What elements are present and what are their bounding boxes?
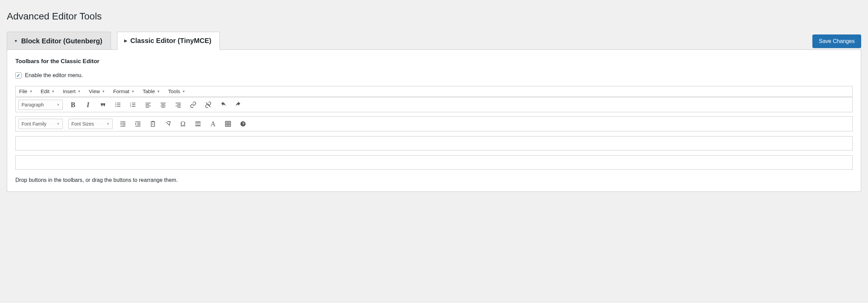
svg-rect-29 xyxy=(136,121,141,122)
svg-rect-28 xyxy=(120,126,126,127)
help-icon[interactable]: ? xyxy=(238,119,248,129)
svg-rect-30 xyxy=(137,123,140,124)
bulleted-list-icon[interactable] xyxy=(113,100,123,110)
svg-point-2 xyxy=(115,106,116,107)
svg-rect-17 xyxy=(161,104,165,105)
svg-rect-25 xyxy=(120,121,126,122)
undo-icon[interactable] xyxy=(218,100,228,110)
page-title: Advanced Editor Tools xyxy=(7,11,861,22)
svg-rect-22 xyxy=(176,106,181,106)
drop-hint: Drop buttons in the toolbars, or drag th… xyxy=(15,177,853,183)
svg-point-0 xyxy=(115,103,116,104)
menu-edit[interactable]: Edit▼ xyxy=(41,88,55,94)
caret-down-icon: ▼ xyxy=(182,90,185,93)
caret-down-icon: ▼ xyxy=(102,90,105,93)
caret-down-icon: ▼ xyxy=(57,122,60,126)
svg-rect-14 xyxy=(146,106,151,106)
svg-rect-10 xyxy=(132,104,136,105)
caret-down-icon: ▼ xyxy=(29,90,32,93)
toolbar-row-4[interactable] xyxy=(15,155,853,170)
svg-point-1 xyxy=(115,104,116,105)
svg-rect-26 xyxy=(122,123,125,124)
table-icon[interactable] xyxy=(223,119,233,129)
svg-rect-11 xyxy=(132,106,136,107)
bold-icon[interactable]: B xyxy=(68,100,78,110)
caret-down-icon: ▼ xyxy=(52,90,55,93)
tab-block-editor[interactable]: ▼ Block Editor (Gutenberg) xyxy=(7,32,111,50)
enable-menu-checkbox[interactable] xyxy=(15,72,22,78)
outdent-icon[interactable] xyxy=(118,119,128,129)
menu-table-label: Table xyxy=(143,88,155,94)
svg-rect-23 xyxy=(177,107,181,108)
svg-rect-39 xyxy=(226,121,231,127)
svg-text:?: ? xyxy=(242,122,245,126)
text-color-icon[interactable]: A xyxy=(208,119,218,129)
caret-down-icon: ▼ xyxy=(106,122,110,126)
paragraph-select[interactable]: Paragraph ▼ xyxy=(18,100,63,110)
special-character-icon[interactable]: Ω xyxy=(178,119,188,129)
menu-view-label: View xyxy=(89,88,100,94)
svg-rect-38 xyxy=(196,125,201,126)
menu-format-label: Format xyxy=(113,88,129,94)
align-left-icon[interactable] xyxy=(143,100,153,110)
font-family-select[interactable]: Font Family ▼ xyxy=(18,119,63,129)
menu-table[interactable]: Table▼ xyxy=(143,88,160,94)
font-family-value: Font Family xyxy=(22,121,46,127)
font-sizes-value: Font Sizes xyxy=(71,121,94,127)
svg-rect-36 xyxy=(196,121,201,122)
tab-label: Block Editor (Gutenberg) xyxy=(21,37,102,45)
caret-down-icon: ▼ xyxy=(57,103,60,106)
svg-rect-19 xyxy=(161,107,165,108)
clear-formatting-icon[interactable] xyxy=(163,119,173,129)
svg-rect-34 xyxy=(152,121,154,122)
menu-tools[interactable]: Tools▼ xyxy=(168,88,185,94)
svg-rect-9 xyxy=(132,103,136,103)
settings-panel: Toolbars for the Classic Editor Enable t… xyxy=(7,49,861,192)
svg-text:T: T xyxy=(152,123,154,126)
editor-menubar: File▼ Edit▼ Insert▼ View▼ Format▼ Table▼… xyxy=(15,86,853,97)
unlink-icon[interactable] xyxy=(203,100,213,110)
caret-right-icon: ▶ xyxy=(124,39,127,43)
read-more-icon[interactable] xyxy=(193,119,203,129)
menu-format[interactable]: Format▼ xyxy=(113,88,134,94)
align-center-icon[interactable] xyxy=(158,100,168,110)
section-title: Toolbars for the Classic Editor xyxy=(15,58,853,65)
menu-file-label: File xyxy=(19,88,27,94)
svg-text:3: 3 xyxy=(130,105,131,107)
italic-icon[interactable]: I xyxy=(83,100,93,110)
svg-rect-15 xyxy=(146,107,149,108)
menu-edit-label: Edit xyxy=(41,88,49,94)
font-sizes-select[interactable]: Font Sizes ▼ xyxy=(68,119,113,129)
toolbar-row-1[interactable]: Paragraph ▼ B I 123 xyxy=(15,97,853,112)
menu-insert-label: Insert xyxy=(63,88,76,94)
toolbar-row-2[interactable]: Font Family ▼ Font Sizes ▼ T Ω xyxy=(15,116,853,131)
toolbar-row-3[interactable] xyxy=(15,136,853,150)
tab-classic-editor[interactable]: ▶ Classic Editor (TinyMCE) xyxy=(117,32,220,50)
redo-icon[interactable] xyxy=(233,100,243,110)
svg-rect-3 xyxy=(117,103,120,103)
svg-rect-16 xyxy=(161,103,166,103)
svg-rect-32 xyxy=(136,126,141,127)
svg-rect-20 xyxy=(176,103,181,103)
svg-rect-31 xyxy=(137,125,140,125)
svg-rect-12 xyxy=(146,103,151,103)
indent-icon[interactable] xyxy=(133,119,143,129)
menu-tools-label: Tools xyxy=(168,88,180,94)
menu-view[interactable]: View▼ xyxy=(89,88,105,94)
menu-file[interactable]: File▼ xyxy=(19,88,32,94)
tab-label: Classic Editor (TinyMCE) xyxy=(130,37,211,45)
blockquote-icon[interactable] xyxy=(98,100,108,110)
caret-down-icon: ▼ xyxy=(157,90,160,93)
paste-text-icon[interactable]: T xyxy=(148,119,158,129)
caret-down-icon: ▼ xyxy=(77,90,81,93)
caret-down-icon: ▼ xyxy=(131,90,134,93)
save-changes-button[interactable]: Save Changes xyxy=(812,34,861,48)
svg-rect-18 xyxy=(161,106,166,106)
svg-rect-37 xyxy=(196,124,201,124)
paragraph-select-value: Paragraph xyxy=(22,102,44,107)
svg-rect-27 xyxy=(122,125,125,125)
align-right-icon[interactable] xyxy=(173,100,183,110)
numbered-list-icon[interactable]: 123 xyxy=(128,100,138,110)
menu-insert[interactable]: Insert▼ xyxy=(63,88,81,94)
link-icon[interactable] xyxy=(188,100,198,110)
